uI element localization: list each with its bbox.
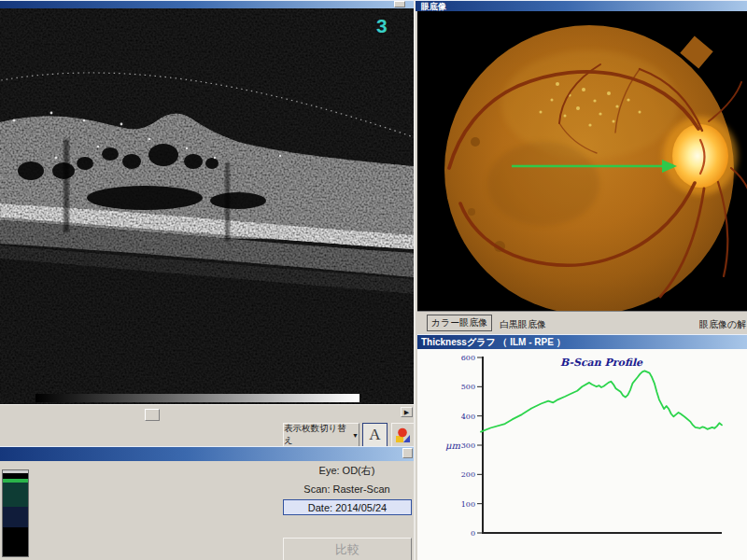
svg-text:500: 500 bbox=[461, 383, 475, 391]
oct-titlebar bbox=[0, 0, 414, 8]
oct-toolbar: ▶ 表示枚数切り替え ▼ A bbox=[0, 404, 414, 446]
fundus-tabbar: カラー眼底像 白黒眼底像 眼底像の解 bbox=[417, 312, 747, 334]
color-palette-icon bbox=[395, 427, 411, 443]
tab-color-fundus-label: カラー眼底像 bbox=[431, 316, 487, 329]
svg-text:300: 300 bbox=[461, 441, 475, 450]
compare-label: 比較 bbox=[335, 541, 359, 558]
svg-text:600: 600 bbox=[461, 354, 475, 362]
svg-text:400: 400 bbox=[461, 413, 475, 421]
svg-text:0: 0 bbox=[471, 529, 475, 538]
thumbnail-strip bbox=[3, 470, 28, 473]
svg-text:100: 100 bbox=[461, 500, 475, 509]
fundus-image bbox=[417, 11, 747, 312]
grayscale-gradient-bar bbox=[35, 394, 359, 402]
date-value: Date: 2014/05/24 bbox=[308, 502, 387, 513]
frame-number: 3 bbox=[376, 15, 388, 37]
map-thumbnail[interactable] bbox=[2, 469, 29, 557]
fundus-titlebar: 眼底像 bbox=[416, 0, 747, 11]
info-window-button[interactable] bbox=[402, 448, 413, 458]
display-count-label: 表示枚数切り替え bbox=[284, 423, 349, 447]
chart-title: B-Scan Profile bbox=[560, 357, 643, 369]
thumbnail-teal-area bbox=[3, 483, 28, 507]
optic-disc bbox=[672, 124, 728, 188]
eye-value: Eye: OD(右) bbox=[280, 464, 414, 478]
oct-bscan-image: 3 bbox=[0, 8, 414, 404]
oct-window-button[interactable] bbox=[394, 1, 405, 7]
display-count-button[interactable]: 表示枚数切り替え ▼ bbox=[283, 423, 359, 447]
scroll-slider-thumb[interactable] bbox=[145, 409, 160, 421]
application-window: 3 ▶ 表示枚数切り替え ▼ A bbox=[0, 0, 747, 560]
scan-type-value: Scan: Raster-Scan bbox=[280, 483, 414, 495]
fundus-art bbox=[417, 11, 747, 312]
thickness-graph-area: B-Scan Profile μm 0100200300400500600 bbox=[417, 349, 747, 560]
scroll-right-arrow-button[interactable]: ▶ bbox=[401, 407, 413, 417]
right-panel: 眼底像 bbox=[414, 0, 747, 560]
fundus-title: 眼底像 bbox=[421, 2, 446, 11]
tab-color-fundus[interactable]: カラー眼底像 bbox=[427, 315, 492, 331]
right-arrow-icon: ▶ bbox=[404, 409, 409, 416]
thickness-profile-line bbox=[481, 371, 722, 431]
info-titlebar bbox=[0, 446, 414, 461]
thumbnail-navy-area bbox=[3, 507, 28, 527]
thickness-chart: B-Scan Profile μm 0100200300400500600 bbox=[417, 349, 747, 560]
thickness-titlebar: Thicknessグラフ （ ILM - RPE ） bbox=[417, 334, 747, 349]
date-box[interactable]: Date: 2014/05/24 bbox=[283, 499, 412, 515]
chevron-down-icon: ▼ bbox=[352, 432, 359, 439]
svg-text:200: 200 bbox=[461, 470, 475, 479]
tab-bw-fundus[interactable]: 白黒眼底像 bbox=[500, 318, 546, 331]
oct-bscan-art bbox=[0, 8, 414, 404]
thickness-title: Thicknessグラフ （ ILM - RPE ） bbox=[421, 337, 566, 347]
annotation-a-label: A bbox=[369, 426, 380, 444]
color-palette-button[interactable] bbox=[391, 423, 415, 447]
info-panel: Eye: OD(右) Scan: Raster-Scan Date: 2014/… bbox=[0, 461, 414, 560]
compare-button[interactable]: 比較 bbox=[283, 538, 412, 560]
fundus-right-label: 眼底像の解 bbox=[699, 318, 746, 331]
y-axis-unit: μm bbox=[445, 441, 460, 452]
annotation-a-button[interactable]: A bbox=[362, 423, 388, 447]
